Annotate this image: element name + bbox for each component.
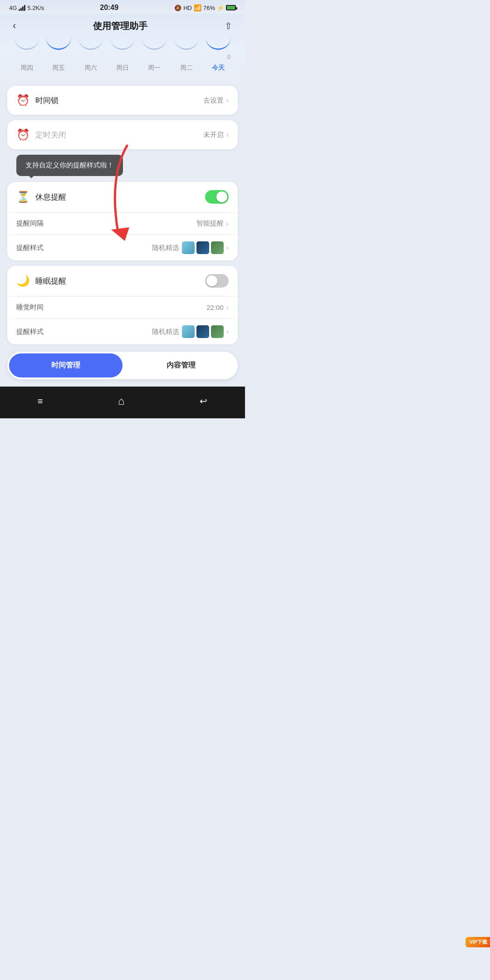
rest-reminder-icon: ⏳: [16, 191, 30, 203]
chart-item-mon[interactable]: [138, 37, 170, 52]
rest-thumb-group: [182, 241, 224, 254]
week-count: 0: [7, 54, 238, 62]
timed-close-card[interactable]: ⏰ 定时关闭 未开启 ›: [7, 120, 238, 149]
speed-label: 5.2K/s: [27, 5, 44, 11]
time-lock-right[interactable]: 去设置 ›: [203, 96, 229, 105]
signal-bars-icon: [19, 5, 25, 11]
sleep-reminder-icon: 🌙: [16, 274, 30, 287]
chart-item-tue[interactable]: [170, 37, 202, 52]
nav-bar: ≡ ⌂ ↩: [0, 387, 245, 418]
network-label: 4G: [9, 5, 17, 11]
sleep-thumb-2: [196, 325, 209, 338]
chart-item-sat[interactable]: [75, 37, 107, 52]
rest-style-row[interactable]: 提醒样式 随机精选 ›: [7, 235, 238, 260]
day-tue[interactable]: 周二: [170, 62, 202, 74]
time-lock-card[interactable]: ⏰ 时间锁 去设置 ›: [7, 86, 238, 115]
week-chart: [7, 37, 238, 54]
sleep-reminder-header[interactable]: 🌙 睡眠提醒: [7, 266, 238, 296]
sleep-style-value[interactable]: 随机精选 ›: [152, 325, 229, 338]
rest-reminder-label: 休息提醒: [35, 192, 66, 202]
page-title: 使用管理助手: [93, 20, 147, 32]
chart-item-fri[interactable]: [43, 37, 74, 52]
day-sun[interactable]: 周日: [107, 62, 138, 74]
time-lock-row[interactable]: ⏰ 时间锁 去设置 ›: [7, 86, 238, 115]
nav-home-icon[interactable]: ⌂: [109, 393, 134, 409]
tooltip-box: 支持自定义你的提醒样式啦！: [16, 155, 123, 176]
time-lock-action: 去设置: [203, 96, 224, 105]
main-content: ⏰ 时间锁 去设置 › ⏰ 定时关闭 未开启 ›: [0, 82, 245, 352]
rest-style-value[interactable]: 随机精选 ›: [152, 241, 229, 254]
sleep-time-chevron: ›: [226, 304, 229, 312]
nav-menu-icon[interactable]: ≡: [29, 394, 52, 408]
hd-label: HD: [183, 5, 192, 11]
tab-time-management[interactable]: 时间管理: [9, 353, 122, 377]
chart-item-sun[interactable]: [107, 37, 138, 52]
sleep-time-text: 22:00: [206, 304, 224, 311]
time-lock-label: 时间锁: [35, 95, 59, 106]
sleep-style-row[interactable]: 提醒样式 随机精选 ›: [7, 318, 238, 344]
sleep-thumb-3: [211, 325, 224, 338]
rest-thumb-2: [196, 241, 209, 254]
wifi-icon: 📶: [194, 4, 201, 11]
lightning-icon: ⚡: [217, 5, 224, 11]
rest-thumb-3: [211, 241, 224, 254]
timed-close-right[interactable]: 未开启 ›: [203, 131, 229, 139]
tooltip-overlay: 支持自定义你的提醒样式啦！: [16, 155, 123, 176]
rest-reminder-toggle[interactable]: [205, 190, 229, 204]
share-button[interactable]: ⇧: [223, 19, 234, 33]
rest-reminder-card: ⏳ 休息提醒 提醒间隔 智能提醒 › 提醒样式 随机精选 ›: [7, 182, 238, 260]
back-button[interactable]: ‹: [11, 18, 18, 34]
chart-arc-fri: [46, 37, 71, 50]
status-right: 🔕 HD 📶 76% ⚡: [174, 4, 236, 11]
chart-arc-sun: [110, 37, 135, 50]
status-bar: 4G 5.2K/s 20:49 🔕 HD 📶 76% ⚡: [0, 0, 245, 14]
chart-arc-today: [206, 37, 231, 50]
sleep-thumb-1: [182, 325, 195, 338]
sleep-reminder-card: 🌙 睡眠提醒 睡觉时间 22:00 › 提醒样式 随机精选 ›: [7, 266, 238, 344]
day-thu[interactable]: 周四: [11, 62, 43, 74]
sleep-reminder-left: 🌙 睡眠提醒: [16, 274, 66, 287]
sleep-style-chevron: ›: [226, 328, 229, 336]
rest-reminder-header[interactable]: ⏳ 休息提醒: [7, 182, 238, 212]
sleep-style-label: 提醒样式: [16, 328, 44, 336]
chart-arc-sat: [78, 37, 103, 50]
chart-arc-thu: [14, 37, 39, 50]
timed-close-chevron: ›: [226, 131, 229, 139]
rest-interval-label: 提醒间隔: [16, 219, 44, 228]
battery-percent: 76%: [203, 5, 215, 11]
timed-close-row[interactable]: ⏰ 定时关闭 未开启 ›: [7, 120, 238, 149]
day-today[interactable]: 今天: [202, 62, 234, 74]
time-lock-left: ⏰ 时间锁: [16, 94, 59, 107]
battery-icon: [226, 5, 236, 10]
rest-interval-value[interactable]: 智能提醒 ›: [196, 219, 229, 228]
sleep-reminder-toggle[interactable]: [205, 274, 229, 288]
sleep-style-text: 随机精选: [152, 328, 179, 336]
sleep-thumb-group: [182, 325, 224, 338]
tab-content-management[interactable]: 内容管理: [124, 352, 238, 379]
bottom-tab-bar: 时间管理 内容管理: [7, 352, 238, 379]
rest-style-chevron: ›: [226, 244, 229, 252]
sleep-reminder-label: 睡眠提醒: [35, 276, 66, 286]
time-lock-icon: ⏰: [16, 94, 30, 107]
rest-interval-row[interactable]: 提醒间隔 智能提醒 ›: [7, 212, 238, 234]
timed-close-status: 未开启: [203, 131, 224, 139]
timed-close-area: ⏰ 定时关闭 未开启 › 支持自定义你的提醒样式啦！: [7, 120, 238, 149]
time-display: 20:49: [100, 4, 118, 12]
header: ‹ 使用管理助手 ⇧: [0, 14, 245, 37]
day-mon[interactable]: 周一: [138, 62, 170, 74]
day-sat[interactable]: 周六: [75, 62, 107, 74]
time-lock-chevron: ›: [226, 96, 229, 104]
rest-style-label: 提醒样式: [16, 244, 44, 252]
sleep-time-row[interactable]: 睡觉时间 22:00 ›: [7, 296, 238, 318]
rest-reminder-left: ⏳ 休息提醒: [16, 191, 66, 203]
week-chart-area: 0 周四 周五 周六 周日 周一 周二 今天: [0, 37, 245, 78]
chart-item-thu[interactable]: [11, 37, 43, 52]
nav-back-icon[interactable]: ↩: [191, 394, 216, 408]
sleep-time-value[interactable]: 22:00 ›: [206, 304, 229, 312]
day-fri[interactable]: 周五: [43, 62, 74, 74]
timed-close-icon: ⏰: [16, 128, 30, 141]
chart-arc-mon: [142, 37, 167, 50]
rest-interval-text: 智能提醒: [196, 219, 224, 228]
rest-style-text: 随机精选: [152, 244, 179, 252]
chart-item-today[interactable]: [202, 37, 234, 52]
